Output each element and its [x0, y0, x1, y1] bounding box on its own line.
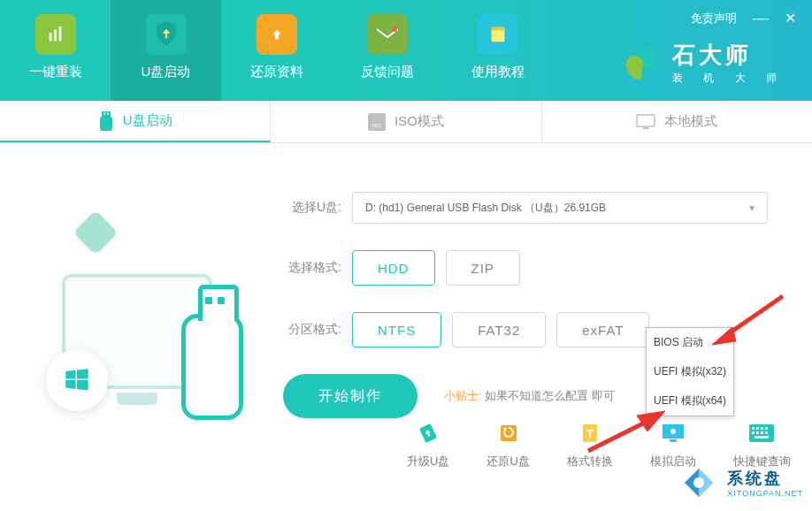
svg-text:ISO: ISO — [372, 123, 382, 128]
action-convert-format[interactable]: 格式转换 — [567, 420, 613, 469]
svg-rect-28 — [752, 427, 755, 430]
svg-rect-14 — [637, 115, 655, 126]
svg-rect-8 — [102, 111, 111, 117]
nav-label: 使用教程 — [471, 64, 525, 80]
svg-rect-12 — [368, 113, 386, 131]
format-label: 选择格式: — [283, 260, 341, 276]
svg-point-26 — [670, 429, 676, 434]
action-upgrade-usb[interactable]: 升级U盘 — [407, 420, 449, 469]
svg-rect-33 — [756, 431, 759, 434]
iso-icon: ISO — [368, 113, 386, 131]
book-icon — [478, 14, 518, 55]
nav-label: 反馈问题 — [361, 64, 414, 80]
brand-subtitle: 装 机 大 师 — [672, 71, 785, 86]
tip-text: 小贴士: 如果不知道怎么配置 即可 — [444, 388, 615, 404]
tip-body: 如果不知道怎么配置 即可 — [485, 389, 615, 402]
action-label: 升级U盘 — [407, 454, 449, 469]
svg-rect-10 — [103, 112, 105, 114]
svg-point-5 — [392, 27, 397, 32]
nav-one-click-reinstall[interactable]: 一键重装 — [0, 0, 111, 101]
restore-icon — [495, 420, 522, 446]
svg-rect-15 — [643, 127, 648, 129]
logo-icon — [621, 42, 662, 83]
mode-label: ISO模式 — [395, 113, 444, 130]
nav-usb-boot[interactable]: U盘启动 — [111, 0, 221, 101]
nav-tutorial[interactable]: 使用教程 — [442, 0, 553, 101]
boot-option-uefi64[interactable]: UEFI 模拟(x64) — [647, 386, 733, 416]
partition-option-ntfs[interactable]: NTFS — [352, 312, 441, 347]
mode-usb-boot[interactable]: U盘启动 — [0, 101, 271, 142]
mode-label: U盘启动 — [123, 112, 172, 129]
svg-rect-29 — [756, 427, 759, 430]
mode-local[interactable]: 本地模式 — [542, 101, 812, 142]
watermark-icon — [678, 461, 720, 504]
svg-rect-34 — [761, 431, 763, 434]
mode-iso[interactable]: ISO ISO模式 — [271, 101, 541, 142]
shield-icon — [146, 14, 187, 55]
svg-rect-0 — [49, 33, 51, 41]
tip-prefix: 小贴士: — [444, 389, 482, 402]
disclaimer-link[interactable]: 免责声明 — [691, 11, 737, 27]
format-option-hdd[interactable]: HDD — [352, 250, 435, 286]
svg-rect-25 — [670, 439, 677, 442]
partition-label: 分区格式: — [283, 322, 341, 338]
watermark-url: XITONGPAN.NET — [727, 489, 803, 498]
usb-select-value: D: (hd1) General USB Flash Disk （U盘）26.9… — [365, 201, 606, 216]
svg-point-37 — [693, 477, 704, 488]
action-label: 还原U盘 — [486, 454, 529, 469]
svg-rect-32 — [752, 431, 755, 434]
up-arrow-icon — [257, 14, 297, 55]
windows-logo-icon — [46, 349, 108, 411]
simulate-icon — [660, 420, 686, 446]
partition-option-fat32[interactable]: FAT32 — [452, 312, 546, 347]
bars-icon — [35, 14, 76, 55]
mail-icon — [367, 14, 408, 55]
nav-feedback[interactable]: 反馈问题 — [332, 0, 442, 101]
nav-label: 一键重装 — [29, 64, 82, 80]
brand-title: 石大师 — [672, 40, 785, 71]
monitor-icon — [636, 114, 655, 130]
svg-rect-36 — [755, 436, 769, 439]
close-icon[interactable]: ✕ — [785, 10, 796, 27]
start-button[interactable]: 开始制作 — [283, 374, 417, 418]
svg-rect-11 — [107, 112, 109, 114]
svg-rect-1 — [54, 29, 57, 41]
format-option-zip[interactable]: ZIP — [446, 250, 520, 286]
svg-rect-2 — [58, 26, 61, 41]
nav-label: U盘启动 — [142, 64, 191, 80]
watermark-title: 系统盘 — [727, 468, 803, 489]
nav-restore-data[interactable]: 还原资料 — [221, 0, 332, 101]
usb-select-label: 选择U盘: — [283, 200, 341, 216]
svg-rect-31 — [765, 427, 768, 430]
svg-rect-30 — [761, 427, 763, 430]
boot-option-bios[interactable]: BIOS 启动 — [647, 328, 733, 357]
usb-select-dropdown[interactable]: D: (hd1) General USB Flash Disk （U盘）26.9… — [352, 192, 768, 224]
action-restore-usb[interactable]: 还原U盘 — [486, 420, 529, 469]
svg-rect-9 — [100, 117, 112, 131]
boot-dropdown[interactable]: BIOS 启动 UEFI 模拟(x32) UEFI 模拟(x64) — [646, 327, 734, 416]
partition-option-exfat[interactable]: exFAT — [556, 312, 649, 347]
illustration — [0, 143, 248, 511]
keyboard-icon — [748, 420, 775, 446]
svg-rect-35 — [765, 431, 768, 434]
chevron-down-icon: ▾ — [749, 202, 755, 214]
usb-upgrade-icon — [415, 420, 441, 446]
mode-label: 本地模式 — [664, 113, 717, 130]
action-label: 格式转换 — [567, 454, 613, 469]
svg-rect-7 — [491, 27, 504, 30]
nav-label: 还原资料 — [250, 64, 303, 80]
minimize-icon[interactable]: — — [753, 9, 769, 27]
convert-icon — [577, 420, 603, 446]
boot-option-uefi32[interactable]: UEFI 模拟(x32) — [647, 357, 733, 386]
usb-icon — [98, 111, 114, 131]
watermark: 系统盘 XITONGPAN.NET — [678, 461, 803, 504]
